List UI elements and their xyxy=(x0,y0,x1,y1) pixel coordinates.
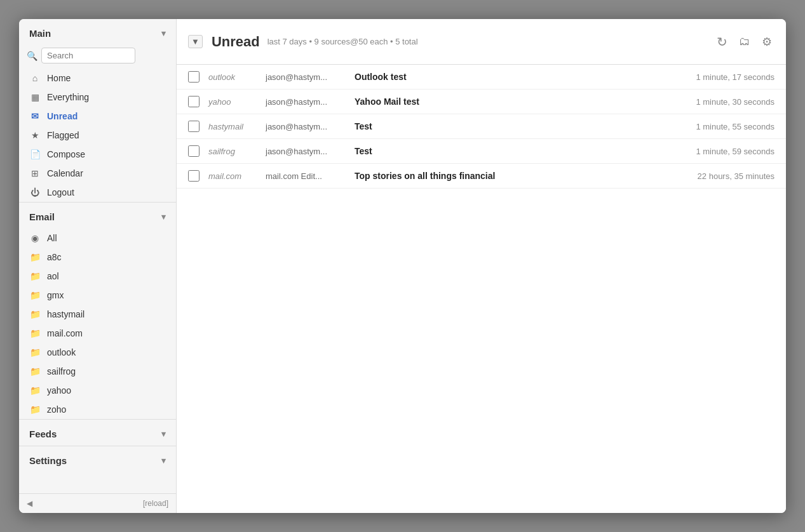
sidebar-item-calendar-label: Calendar xyxy=(47,168,83,178)
sidebar-item-hastymail[interactable]: 📁 hastymail xyxy=(19,305,176,324)
main-chevron-icon: ▾ xyxy=(161,29,166,38)
home-icon: ⌂ xyxy=(29,73,41,83)
email-from-4: mail.com Edit... xyxy=(266,171,355,181)
sidebar-item-zoho[interactable]: 📁 zoho xyxy=(19,400,176,419)
sidebar-item-outlook-label: outlook xyxy=(47,347,76,357)
sidebar-item-unread-label: Unread xyxy=(47,111,78,121)
sidebar-item-gmx[interactable]: 📁 gmx xyxy=(19,286,176,305)
collapse-sidebar-button[interactable]: ◀ xyxy=(27,499,32,508)
folder-icon-sailfrog: 📁 xyxy=(29,366,41,376)
search-row: 🔍 xyxy=(19,45,176,69)
sidebar-item-mailcom[interactable]: 📁 mail.com xyxy=(19,324,176,343)
sidebar-item-everything-label: Everything xyxy=(47,92,89,102)
folder-icon-hastymail: 📁 xyxy=(29,309,41,319)
email-from-2: jason@hastym... xyxy=(266,122,355,131)
email-checkbox-1[interactable] xyxy=(188,96,200,107)
folder-icon-gmx: 📁 xyxy=(29,290,41,300)
everything-icon: ▦ xyxy=(29,92,41,102)
feeds-section-label: Feeds xyxy=(29,429,57,439)
reload-link[interactable]: [reload] xyxy=(143,499,168,508)
email-source-2: hastymail xyxy=(208,122,266,131)
sidebar-section-settings[interactable]: Settings ▾ xyxy=(19,446,176,472)
sidebar-item-compose-label: Compose xyxy=(47,149,85,159)
email-checkbox-2[interactable] xyxy=(188,121,200,132)
email-checkbox-3[interactable] xyxy=(188,145,200,157)
sidebar-section-feeds[interactable]: Feeds ▾ xyxy=(19,420,176,446)
app-window: Main ▾ 🔍 ⌂ Home ▦ Everything ✉ Unread ★ … xyxy=(19,19,786,513)
sidebar-item-logout[interactable]: ⏻ Logout xyxy=(19,183,176,202)
sidebar: Main ▾ 🔍 ⌂ Home ▦ Everything ✉ Unread ★ … xyxy=(19,19,177,513)
table-row[interactable]: outlook jason@hastym... Outlook test 1 m… xyxy=(177,65,786,90)
email-time-4: 22 hours, 35 minutes xyxy=(698,171,775,181)
table-row[interactable]: sailfrog jason@hastym... Test 1 minute, … xyxy=(177,139,786,164)
sidebar-item-sailfrog[interactable]: 📁 sailfrog xyxy=(19,362,176,381)
email-source-1: yahoo xyxy=(208,97,266,107)
sidebar-item-yahoo-label: yahoo xyxy=(47,385,71,396)
table-row[interactable]: mail.com mail.com Edit... Top stories on… xyxy=(177,164,786,189)
header-meta: last 7 days • 9 sources@50 each • 5 tota… xyxy=(267,37,714,46)
search-input[interactable] xyxy=(41,48,135,63)
refresh-button[interactable]: ↻ xyxy=(714,32,730,52)
email-section-label: Email xyxy=(29,211,55,222)
view-dropdown-button[interactable]: ▼ xyxy=(188,35,203,48)
email-checkbox-4[interactable] xyxy=(188,170,200,182)
dropdown-arrow-icon: ▼ xyxy=(188,35,203,48)
sidebar-item-sailfrog-label: sailfrog xyxy=(47,366,76,376)
calendar-icon: ⊞ xyxy=(29,168,41,178)
sidebar-item-home[interactable]: ⌂ Home xyxy=(19,69,176,88)
sidebar-item-compose[interactable]: 📄 Compose xyxy=(19,145,176,164)
sidebar-section-main[interactable]: Main ▾ xyxy=(19,19,176,45)
settings-button[interactable]: ⚙ xyxy=(759,32,775,51)
email-from-1: jason@hastym... xyxy=(266,97,355,107)
sidebar-item-a8c-label: a8c xyxy=(47,252,62,262)
sidebar-item-mailcom-label: mail.com xyxy=(47,328,83,338)
unread-icon: ✉ xyxy=(29,111,41,121)
email-source-4: mail.com xyxy=(208,171,266,181)
main-content: ▼ Unread last 7 days • 9 sources@50 each… xyxy=(177,19,786,513)
sidebar-item-aol-label: aol xyxy=(47,271,59,281)
email-time-1: 1 minute, 30 seconds xyxy=(696,97,775,107)
sidebar-item-unread[interactable]: ✉ Unread xyxy=(19,107,176,126)
search-icon: 🔍 xyxy=(27,51,37,61)
email-from-0: jason@hastym... xyxy=(266,72,355,82)
folder-icon-aol: 📁 xyxy=(29,271,41,281)
sidebar-section-email[interactable]: Email ▾ xyxy=(19,203,176,229)
folder-icon: 📁 xyxy=(29,252,41,262)
sidebar-item-flagged[interactable]: ★ Flagged xyxy=(19,126,176,145)
table-row[interactable]: hastymail jason@hastym... Test 1 minute,… xyxy=(177,114,786,139)
email-chevron-icon: ▾ xyxy=(161,212,166,222)
sidebar-item-outlook[interactable]: 📁 outlook xyxy=(19,343,176,362)
header-actions: ↻ 🗂 ⚙ xyxy=(714,32,775,52)
main-header: ▼ Unread last 7 days • 9 sources@50 each… xyxy=(177,19,786,65)
sidebar-item-aol[interactable]: 📁 aol xyxy=(19,267,176,286)
email-from-3: jason@hastym... xyxy=(266,147,355,156)
email-subject-0: Outlook test xyxy=(355,72,689,82)
sidebar-item-zoho-label: zoho xyxy=(47,404,66,415)
email-list: outlook jason@hastym... Outlook test 1 m… xyxy=(177,65,786,513)
email-time-0: 1 minute, 17 seconds xyxy=(696,72,775,82)
email-time-3: 1 minute, 59 seconds xyxy=(696,147,775,156)
all-icon: ◉ xyxy=(29,233,41,243)
sidebar-item-everything[interactable]: ▦ Everything xyxy=(19,88,176,107)
folder-icon-yahoo: 📁 xyxy=(29,385,41,396)
folder-icon-mailcom: 📁 xyxy=(29,328,41,338)
email-time-2: 1 minute, 55 seconds xyxy=(696,122,775,131)
email-subject-3: Test xyxy=(355,146,689,156)
sidebar-item-calendar[interactable]: ⊞ Calendar xyxy=(19,164,176,183)
sidebar-footer: ◀ [reload] xyxy=(19,493,176,513)
email-source-0: outlook xyxy=(208,72,266,82)
sidebar-item-yahoo[interactable]: 📁 yahoo xyxy=(19,381,176,400)
sidebar-item-logout-label: Logout xyxy=(47,187,74,197)
folder-icon-zoho: 📁 xyxy=(29,404,41,415)
folder-button[interactable]: 🗂 xyxy=(736,32,753,51)
flagged-icon: ★ xyxy=(29,130,41,140)
sidebar-item-a8c[interactable]: 📁 a8c xyxy=(19,248,176,267)
compose-icon: 📄 xyxy=(29,149,41,159)
feeds-chevron-icon: ▾ xyxy=(161,429,166,439)
table-row[interactable]: yahoo jason@hastym... Yahoo Mail test 1 … xyxy=(177,90,786,114)
sidebar-item-home-label: Home xyxy=(47,73,71,83)
sidebar-item-all-label: All xyxy=(47,233,57,243)
sidebar-item-all[interactable]: ◉ All xyxy=(19,229,176,248)
email-checkbox-0[interactable] xyxy=(188,71,200,83)
settings-chevron-icon: ▾ xyxy=(161,456,166,465)
